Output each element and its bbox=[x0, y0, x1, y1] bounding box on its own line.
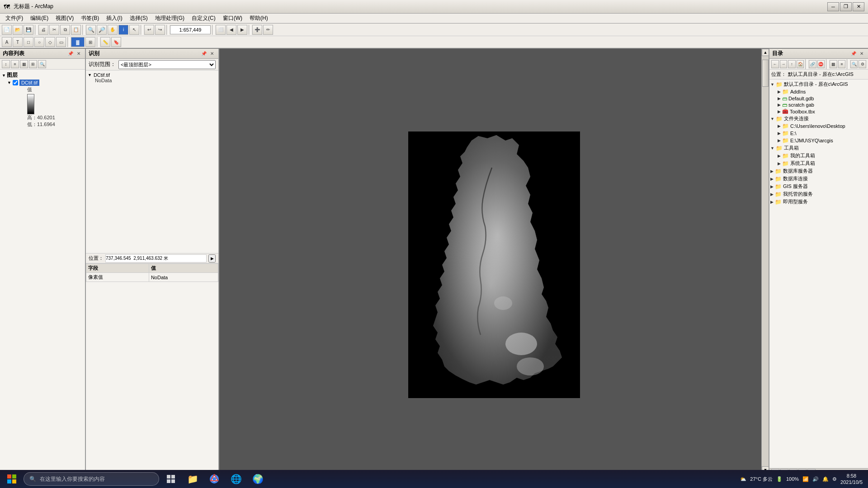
menu-geoprocessing[interactable]: 地理处理(G) bbox=[151, 14, 188, 23]
catalog-node-gis-servers[interactable]: ▶ 📁 GIS 服务器 bbox=[770, 183, 867, 190]
open-button[interactable]: 📂 bbox=[13, 25, 23, 35]
bookmark-btn[interactable]: 🔖 bbox=[111, 37, 121, 47]
toc-btn-4[interactable]: ⊞ bbox=[29, 60, 37, 68]
toc-layer-row[interactable]: ▼ DCtif.tif bbox=[7, 79, 83, 86]
toc-btn-5[interactable]: 🔍 bbox=[38, 60, 46, 68]
catalog-options-btn[interactable]: ⚙ bbox=[859, 60, 866, 68]
cut-button[interactable]: ✂ bbox=[49, 25, 59, 35]
catalog-grid-btn[interactable]: ▦ bbox=[830, 60, 837, 68]
scale-input[interactable]: 1:657,449 bbox=[170, 25, 211, 34]
identify-pin-button[interactable]: 📌 bbox=[200, 50, 208, 57]
toc-btn-1[interactable]: ↕ bbox=[2, 60, 10, 68]
settings-icon[interactable]: ⚙ bbox=[832, 476, 837, 482]
editor-button[interactable]: ✏ bbox=[263, 25, 273, 35]
catalog-node-e[interactable]: ▶ 📁 E:\ bbox=[778, 130, 867, 137]
catalog-back-btn[interactable]: ← bbox=[771, 60, 779, 68]
layer-visibility-checkbox[interactable] bbox=[13, 80, 18, 85]
catalog-node-addins[interactable]: ▶ 📁 AddIns bbox=[778, 88, 867, 95]
identify-close-button[interactable]: ✕ bbox=[208, 50, 216, 57]
menu-view[interactable]: 视图(V) bbox=[52, 14, 77, 23]
taskbar-task-view[interactable] bbox=[161, 471, 181, 487]
full-extent-button[interactable]: ⬜ bbox=[216, 25, 226, 35]
catalog-node-default-gdb[interactable]: ▶ 🗃 Default.gdb bbox=[778, 95, 867, 102]
catalog-pin-button[interactable]: 📌 bbox=[850, 50, 857, 57]
add-data-button[interactable]: ➕ bbox=[252, 25, 262, 35]
toc-pin-button[interactable]: 📌 bbox=[67, 50, 74, 57]
catalog-node-ready-services[interactable]: ▶ 📁 即用型服务 bbox=[770, 198, 867, 206]
menu-file[interactable]: 文件(F) bbox=[2, 14, 27, 23]
zoom-out-button[interactable]: 🔎 bbox=[97, 25, 107, 35]
menu-select[interactable]: 选择(S) bbox=[126, 14, 151, 23]
catalog-fwd-btn[interactable]: → bbox=[780, 60, 788, 68]
catalog-node-db-connections[interactable]: ▶ 📁 数据库连接 bbox=[770, 175, 867, 183]
save-button[interactable]: 💾 bbox=[24, 25, 33, 35]
toc-btn-2[interactable]: ≡ bbox=[11, 60, 19, 68]
catalog-node-db-servers[interactable]: ▶ 📁 数据库服务器 bbox=[770, 167, 867, 175]
menu-insert[interactable]: 插入(I) bbox=[103, 14, 126, 23]
catalog-search-btn[interactable]: 🔍 bbox=[850, 60, 858, 68]
catalog-detail-btn[interactable]: ≡ bbox=[838, 60, 846, 68]
catalog-connect-btn[interactable]: 🔗 bbox=[809, 60, 816, 68]
print-button[interactable]: 🖨 bbox=[38, 25, 48, 35]
catalog-home-btn[interactable]: 🏠 bbox=[797, 60, 804, 68]
paste-button[interactable]: 📋 bbox=[71, 25, 81, 35]
toc-close-button[interactable]: ✕ bbox=[75, 50, 82, 57]
identify-tree-node[interactable]: ▼ DCtif.tif bbox=[88, 72, 217, 78]
position-go-btn[interactable]: ▶ bbox=[208, 254, 216, 263]
layout-btn[interactable]: ▓ bbox=[71, 37, 85, 47]
pan-button[interactable]: ✋ bbox=[108, 25, 118, 35]
measure-btn[interactable]: 📏 bbox=[100, 37, 110, 47]
menu-help[interactable]: 帮助(H) bbox=[246, 14, 272, 23]
identify-tool-button[interactable]: i bbox=[118, 25, 128, 35]
catalog-node-toolbox[interactable]: ▶ 🧰 Toolbox.tbx bbox=[778, 108, 867, 115]
position-input[interactable]: 737,346.545 2,911,463.632 米 bbox=[105, 254, 207, 263]
zoom-prev-button[interactable]: ◀ bbox=[226, 25, 236, 35]
menu-customize[interactable]: 自定义(C) bbox=[188, 14, 219, 23]
draw-btn-4[interactable]: ○ bbox=[34, 37, 44, 47]
taskbar-browser[interactable]: 🌐 bbox=[226, 471, 246, 487]
catalog-node-desktop[interactable]: ▶ 📁 C:\Users\lenovo\Desktop bbox=[778, 122, 867, 130]
menu-bookmark[interactable]: 书签(B) bbox=[77, 14, 103, 23]
catalog-disconnect-btn[interactable]: ⛔ bbox=[817, 60, 825, 68]
catalog-node-folder-connections[interactable]: ▼ 📁 文件夹连接 bbox=[770, 115, 867, 122]
close-button[interactable]: ✕ bbox=[853, 2, 864, 11]
toc-layers-header[interactable]: ▼ 图层 bbox=[2, 71, 83, 79]
taskbar-chrome[interactable] bbox=[204, 471, 224, 487]
identify-layer-select[interactable]: <最顶部图层> bbox=[118, 60, 216, 69]
undo-button[interactable]: ↩ bbox=[144, 25, 154, 35]
maximize-button[interactable]: ❐ bbox=[840, 2, 852, 11]
menu-edit[interactable]: 编辑(E) bbox=[27, 14, 52, 23]
scroll-thumb[interactable] bbox=[762, 60, 769, 87]
select-button[interactable]: ↖ bbox=[129, 25, 139, 35]
map-canvas[interactable]: ▲ ▼ bbox=[219, 49, 769, 481]
catalog-node-arcgis[interactable]: ▶ 📁 E:\JMU\SYQ\arcgis bbox=[778, 137, 867, 144]
zoom-in-button[interactable]: 🔍 bbox=[86, 25, 96, 35]
redo-button[interactable]: ↪ bbox=[155, 25, 165, 35]
draw-btn-2[interactable]: T bbox=[13, 37, 23, 47]
map-vscrollbar[interactable]: ▲ ▼ bbox=[761, 49, 769, 474]
taskbar-search-bar[interactable]: 🔍 在这里输入你要搜索的内容 bbox=[24, 472, 159, 486]
start-button[interactable] bbox=[2, 471, 22, 487]
taskbar-app-5[interactable]: 🌍 bbox=[248, 471, 268, 487]
toc-btn-3[interactable]: ▦ bbox=[20, 60, 28, 68]
draw-btn-6[interactable]: ▭ bbox=[56, 37, 66, 47]
menu-window[interactable]: 窗口(W) bbox=[219, 14, 246, 23]
catalog-node-my-services[interactable]: ▶ 📁 我托管的服务 bbox=[770, 190, 867, 198]
catalog-up-btn[interactable]: ↑ bbox=[788, 60, 796, 68]
catalog-node-default-workspace[interactable]: ▼ 📁 默认工作目录 - 原在c\ArcGIS bbox=[770, 80, 867, 88]
taskbar-file-explorer[interactable]: 📁 bbox=[183, 471, 203, 487]
copy-button[interactable]: ⧉ bbox=[60, 25, 70, 35]
catalog-node-my-toolbox[interactable]: ▶ 📁 我的工具箱 bbox=[778, 152, 867, 160]
catalog-node-toolboxes[interactable]: ▼ 📁 工具箱 bbox=[770, 144, 867, 152]
new-button[interactable]: 📄 bbox=[2, 25, 12, 35]
catalog-node-sys-toolbox[interactable]: ▶ 📁 系统工具箱 bbox=[778, 160, 867, 167]
catalog-node-scratch-gdb[interactable]: ▶ 🗃 scratch gab bbox=[778, 102, 867, 108]
catalog-close-button[interactable]: ✕ bbox=[858, 50, 865, 57]
minimize-button[interactable]: ─ bbox=[827, 2, 839, 11]
scroll-up-btn[interactable]: ▲ bbox=[762, 49, 769, 56]
identify-tree-child[interactable]: NoData bbox=[95, 78, 217, 83]
draw-btn-5[interactable]: ◇ bbox=[45, 37, 55, 47]
draw-btn-1[interactable]: A bbox=[2, 37, 12, 47]
draw-btn-3[interactable]: □ bbox=[24, 37, 33, 47]
zoom-next-button[interactable]: ▶ bbox=[237, 25, 247, 35]
